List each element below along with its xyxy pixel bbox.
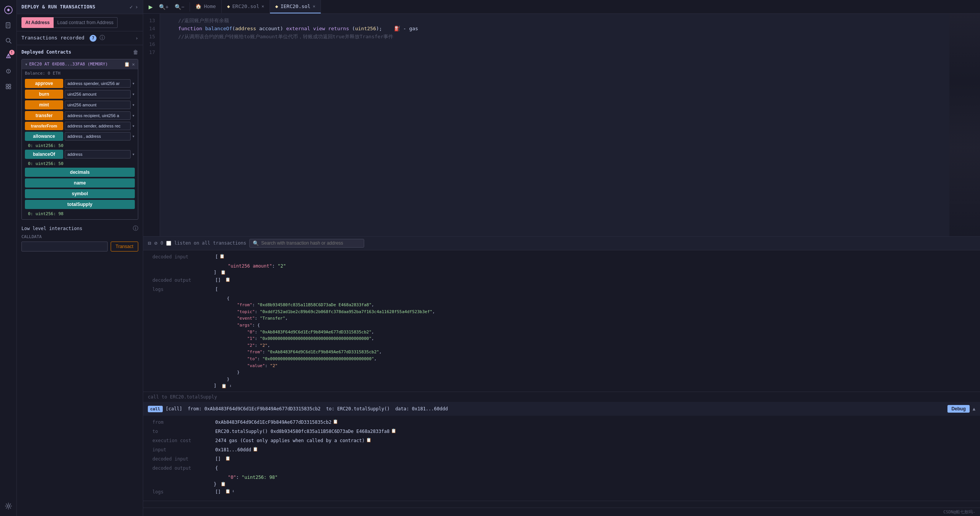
sidebar-icon-search[interactable] (2, 34, 15, 47)
fn-btn-symbol[interactable]: symbol (25, 189, 135, 198)
transact-button[interactable]: Transact (111, 242, 138, 251)
at-address-button[interactable]: At Address (21, 17, 54, 28)
fn-row-name: name (25, 178, 135, 188)
fn-row-approve: approve ▾ (25, 79, 135, 88)
deploy-header-icons: ✓ › (129, 4, 138, 10)
sidebar-icon-deploy[interactable]: ! (2, 49, 15, 63)
copy-decoded-output[interactable]: 📋 (225, 277, 231, 283)
download-logs[interactable]: ⬇ (229, 384, 232, 389)
fn-btn-approve[interactable]: approve (25, 79, 63, 88)
tx-count: 0 (160, 240, 163, 246)
fn-chevron-transfer[interactable]: ▾ (132, 113, 135, 118)
fn-chevron-burn[interactable]: ▾ (132, 91, 135, 97)
tx-chevron[interactable]: ▲ (973, 406, 975, 411)
copy-to[interactable]: 📋 (391, 428, 396, 434)
sidebar-icon-logo[interactable] (2, 3, 15, 17)
fn-btn-decimals[interactable]: decimals (25, 168, 135, 177)
deploy-title: DEPLOY & RUN TRANSACTIONS (21, 4, 95, 10)
code-area[interactable]: //返回账户所持有余额 function balanceOf(address a… (160, 14, 949, 236)
fn-btn-allowance[interactable]: allowance (25, 132, 63, 141)
bottom-text: CSDN@船七敖吗- (943, 509, 975, 515)
load-contract-button[interactable]: Load contract from Address (54, 17, 118, 28)
tx-to-row: to ERC20.totalSupply() 0xd8b934580fc835a… (152, 428, 971, 435)
logs-content: { "from": "0xd8b934580fс835a11B58C6D73aD… (152, 295, 971, 389)
fn-chevron-mint[interactable]: ▾ (132, 102, 135, 108)
play-button[interactable]: ▶ (146, 2, 155, 11)
fn-input-burn[interactable] (65, 90, 131, 98)
fn-row-mint: mint ▾ (25, 100, 135, 109)
fn-btn-transfer[interactable]: transfer (25, 111, 63, 120)
tx-clear-icon[interactable]: ⊘ (154, 240, 157, 246)
fn-btn-mint[interactable]: mint (25, 100, 63, 109)
sidebar-icon-settings[interactable] (2, 499, 15, 513)
decoded-input-close: ] 📋 (214, 270, 971, 275)
copy-decoded-output2[interactable]: 📋 (221, 482, 226, 487)
tx-search-input[interactable] (261, 240, 361, 246)
decoded-input-bracket: [ (215, 253, 218, 260)
calldata-input[interactable] (21, 242, 108, 251)
transactions-row: Transactions recorded 7 ⓘ › (17, 31, 143, 45)
tab-erc20-close[interactable]: ✕ (262, 4, 264, 9)
fn-btn-transferFrom[interactable]: transferFrom (25, 122, 63, 130)
fn-chevron-allowance[interactable]: ▾ (132, 134, 135, 139)
fn-input-allowance[interactable] (65, 132, 131, 140)
copy-cost[interactable]: 📋 (366, 437, 371, 444)
main-area: ▶ 🔍+ 🔍− 🏠 Home ◆ ERC20.sol ✕ ◆ IERC20.so… (143, 0, 980, 516)
fn-btn-totalSupply[interactable]: totalSupply (25, 200, 135, 209)
fn-chevron-approve[interactable]: ▾ (132, 81, 135, 86)
tx-from-row: from 0xAb8483F64d9C6d1EcF9b849Ae677dD331… (152, 419, 971, 426)
fn-output-allowance: 0: uint256: 50 (25, 142, 135, 150)
tab-erc20[interactable]: ◆ ERC20.sol ✕ (222, 0, 270, 13)
decoded-output-open2: { (215, 465, 971, 472)
contract-close-icon[interactable]: ✕ (132, 62, 135, 67)
tx-collapse-icon[interactable]: ⊟ (148, 240, 151, 246)
check-icon[interactable]: ✓ (129, 4, 133, 10)
tab-ierc20[interactable]: ◆ IERC20.sol ✕ (270, 0, 321, 13)
zoom-out-button[interactable]: 🔍− (172, 2, 187, 11)
fn-btn-balanceOf[interactable]: balanceOf (25, 150, 63, 159)
fn-input-mint[interactable] (65, 101, 131, 109)
calldata-row: Transact (17, 240, 143, 256)
listen-checkbox[interactable] (166, 241, 171, 246)
fn-btn-name[interactable]: name (25, 178, 135, 188)
sidebar-icon-plugins[interactable] (2, 80, 15, 93)
sidebar-icon-files[interactable] (2, 18, 15, 32)
copy-decoded-input2[interactable]: 📋 (225, 456, 231, 462)
input-key: input (152, 446, 214, 453)
at-address-row: At Address Load contract from Address (17, 14, 143, 31)
sidebar-icon-debug[interactable] (2, 64, 15, 78)
copy-logs2[interactable]: 📋 (225, 488, 231, 495)
fn-chevron-transferFrom[interactable]: ▾ (132, 123, 135, 129)
decoded-input-key2: decoded input (152, 456, 214, 462)
logs-json: { "from": "0xd8b934580fс835a11B58C6D73aD… (214, 295, 971, 383)
fn-input-transfer[interactable] (65, 111, 131, 120)
from-val: 0xAb8483F64d9C6d1EcF9b849Ae677dD3315835c… (215, 419, 971, 426)
tab-home[interactable]: 🏠 Home (190, 0, 221, 13)
tx-cost-row: execution cost 2474 gas (Cost only appli… (152, 437, 971, 444)
fn-input-balanceOf[interactable] (65, 150, 131, 158)
expand-icon[interactable]: › (135, 4, 138, 10)
contract-collapse-icon[interactable]: ▾ (25, 62, 28, 67)
trash-icon[interactable]: 🗑 (133, 49, 138, 55)
tab-ierc20-close[interactable]: ✕ (313, 4, 316, 9)
download-logs2[interactable]: ⬇ (232, 488, 235, 495)
logs-val2: [] 📋 ⬇ (215, 488, 971, 495)
zoom-in-button[interactable]: 🔍+ (157, 2, 171, 11)
low-level-info-icon[interactable]: ⓘ (133, 225, 138, 232)
tx-detail-row-output: decoded output [] 📋 (152, 277, 971, 284)
fn-btn-burn[interactable]: burn (25, 90, 63, 99)
fn-input-approve[interactable] (65, 79, 131, 88)
tx-entry-total-supply-header[interactable]: call [call] from: 0xAb8483F64d9C6d1EcF9b… (143, 402, 980, 416)
info-icon[interactable]: ⓘ (100, 34, 105, 41)
transactions-chevron[interactable]: › (135, 35, 138, 41)
contract-copy-icon[interactable]: 📋 (124, 62, 130, 67)
fn-input-transferFrom[interactable] (65, 122, 131, 130)
copy-decoded-input[interactable]: 📋 (219, 253, 225, 260)
debug-button[interactable]: Debug (947, 405, 969, 413)
fn-chevron-balanceOf[interactable]: ▾ (132, 152, 135, 157)
cost-key: execution cost (152, 437, 214, 444)
copy-from[interactable]: 📋 (333, 419, 338, 425)
copy-input[interactable]: 📋 (253, 446, 258, 453)
copy-decoded-input-2[interactable]: 📋 (221, 270, 226, 275)
copy-logs[interactable]: 📋 (221, 384, 227, 389)
